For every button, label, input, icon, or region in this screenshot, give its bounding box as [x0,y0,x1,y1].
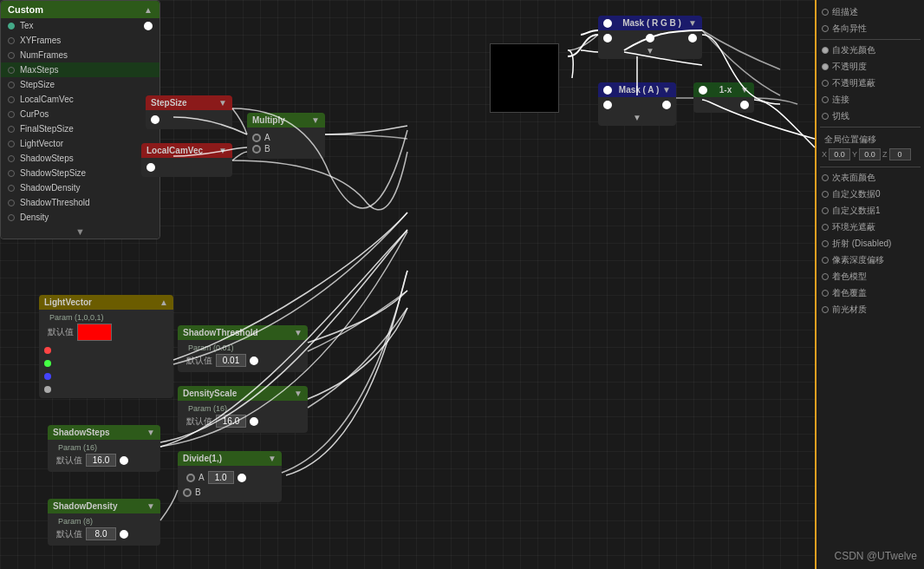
node-shadowdensity: ShadowDensity ▼ Param (8) 默认值 [48,499,160,546]
shadowdensity-output-port [120,530,128,539]
rp-label-8: 次表面颜色 [832,172,875,184]
right-panel-item-4[interactable]: 不透明度 [820,59,921,75]
right-panel-item-9[interactable]: 自定义数据0 [820,186,921,202]
localcamvec-header: LocalCamVec ▼ [141,143,232,158]
right-panel-item-3[interactable]: 自发光颜色 [820,43,921,58]
custom-scroll-down[interactable]: ▼ [1,225,159,239]
localcamvec-body [141,158,232,177]
custom-item-tex[interactable]: Tex [1,18,159,33]
divide-input-a-port [186,474,195,482]
offset-z-input[interactable] [889,148,911,160]
custom-item-maxsteps[interactable]: MaxSteps [1,62,159,77]
shadowsteps-default-label: 默认值 [56,455,82,467]
rp-label-10: 自定义数据1 [832,205,881,217]
localcamvec-dropdown-icon[interactable]: ▼ [218,146,227,155]
custom-numframes-dot [8,52,15,59]
shadowthreshold-value-input[interactable] [216,354,246,367]
shadowsteps-label: ShadowSteps [53,428,110,437]
shadowdensity-dropdown-icon[interactable]: ▼ [146,501,155,511]
custom-curpos-dot [8,111,15,118]
custom-lightvector-label: LightVector [20,139,63,148]
shadowdensity-value-input[interactable] [86,527,116,540]
rp-dot-2 [822,25,829,32]
custom-tex-label: Tex [20,21,34,30]
mask-a-dropdown-icon[interactable]: ▼ [662,85,671,95]
mask-rgb-expand[interactable]: ▼ [603,46,697,56]
rp-label-1: 组描述 [832,6,858,18]
divide-label: Divide(1,) [183,454,222,463]
custom-item-localcamvec[interactable]: LocalCamVec [1,92,159,107]
rp-label-15: 着色覆盖 [832,287,867,299]
mask-a-expand[interactable]: ▼ [603,113,671,122]
shadowsteps-value-input[interactable] [86,454,116,467]
lightvector-b-dot [44,373,51,380]
node-1x-dropdown-icon[interactable]: ▼ [740,85,749,95]
custom-finalstepsize-label: FinalStepSize [20,124,74,134]
custom-item-numframes[interactable]: NumFrames [1,48,159,62]
right-panel-item-1[interactable]: 组描述 [820,4,921,20]
rp-label-14: 着色模型 [832,271,867,283]
custom-item-shadowdensity[interactable]: ShadowDensity [1,180,159,195]
multiply-input-b-label: B [264,144,270,154]
custom-item-lightvector[interactable]: LightVector [1,136,159,151]
densityscale-label: DensityScale [183,389,237,398]
right-panel-item-2[interactable]: 各向异性 [820,21,921,36]
custom-item-density[interactable]: Density [1,210,159,225]
shadowthreshold-default-label: 默认值 [186,355,212,367]
rp-dot-9 [822,191,829,198]
shadowsteps-body: Param (16) 默认值 [48,440,160,472]
custom-item-shadowstepsize[interactable]: ShadowStepSize [1,166,159,180]
custom-item-shadowsteps[interactable]: ShadowSteps [1,151,159,166]
custom-item-curpos[interactable]: CurPos [1,107,159,121]
right-panel-item-13[interactable]: 像素深度偏移 [820,252,921,268]
custom-item-finalstepsize[interactable]: FinalStepSize [1,121,159,136]
right-panel-item-16[interactable]: 前光材质 [820,302,921,317]
shadowdensity-default-row: 默认值 [53,526,155,542]
mask-rgb-dropdown-icon[interactable]: ▼ [688,18,697,28]
custom-shadowthreshold-label: ShadowThreshold [20,198,90,207]
stepsize-output-port [151,115,159,124]
custom-item-shadowthreshold[interactable]: ShadowThreshold [1,195,159,210]
lightvector-dropdown-icon[interactable]: ▲ [159,298,168,307]
right-panel-item-14[interactable]: 着色模型 [820,269,921,284]
right-panel-item-8[interactable]: 次表面颜色 [820,170,921,186]
densityscale-value-input[interactable] [216,415,246,428]
custom-item-xyframes[interactable]: XYFrames [1,33,159,48]
divide-b-label: B [195,487,201,497]
shadowthreshold-dropdown-icon[interactable]: ▼ [294,328,303,337]
divide-a-value[interactable] [208,471,234,484]
node-custom[interactable]: Custom ▲ Tex XYFrames NumFrames MaxSteps [0,0,160,239]
multiply-input-a-label: A [264,133,270,142]
right-panel-item-11[interactable]: 环境光遮蔽 [820,219,921,235]
custom-tex-port [144,22,153,30]
right-panel-item-6[interactable]: 连接 [820,92,921,108]
mask-a-out-port [603,101,612,109]
lightvector-color-swatch[interactable] [77,324,112,341]
rp-dot-12 [822,240,829,247]
custom-header: Custom ▲ [1,1,159,18]
right-panel-item-7[interactable]: 切线 [820,108,921,124]
densityscale-default-row: 默认值 [183,413,303,429]
densityscale-dropdown-icon[interactable]: ▼ [294,389,303,398]
shadowthreshold-default-row: 默认值 [183,352,303,369]
shadowsteps-dropdown-icon[interactable]: ▼ [146,428,155,437]
node-1x-header: 1-x ▼ [693,82,754,97]
multiply-dropdown-icon[interactable]: ▼ [311,115,320,125]
offset-y-input[interactable] [859,148,881,160]
mask-rgb-ports [603,34,697,43]
custom-item-stepsize[interactable]: StepSize [1,77,159,92]
right-panel-item-10[interactable]: 自定义数据1 [820,203,921,219]
node-canvas[interactable]: StepSize ▼ LocalCamVec ▼ Multiply ▼ [0,0,815,569]
node-localcamvec: LocalCamVec ▼ [141,143,232,177]
node-shadowthreshold: ShadowThreshold ▼ Param (0.01) 默认值 [178,325,308,372]
offset-x-input[interactable] [829,148,850,160]
divide-dropdown-icon[interactable]: ▼ [268,454,277,463]
stepsize-dropdown-icon[interactable]: ▼ [218,98,227,108]
custom-collapse-icon[interactable]: ▲ [144,5,153,15]
right-panel-item-15[interactable]: 着色覆盖 [820,285,921,301]
divide-a-right-port [238,474,246,482]
lightvector-b-row [44,373,168,380]
right-panel-item-12[interactable]: 折射 (Disabled) [820,236,921,252]
right-panel-item-5[interactable]: 不透明遮蔽 [820,75,921,91]
shadowsteps-header: ShadowSteps ▼ [48,425,160,440]
